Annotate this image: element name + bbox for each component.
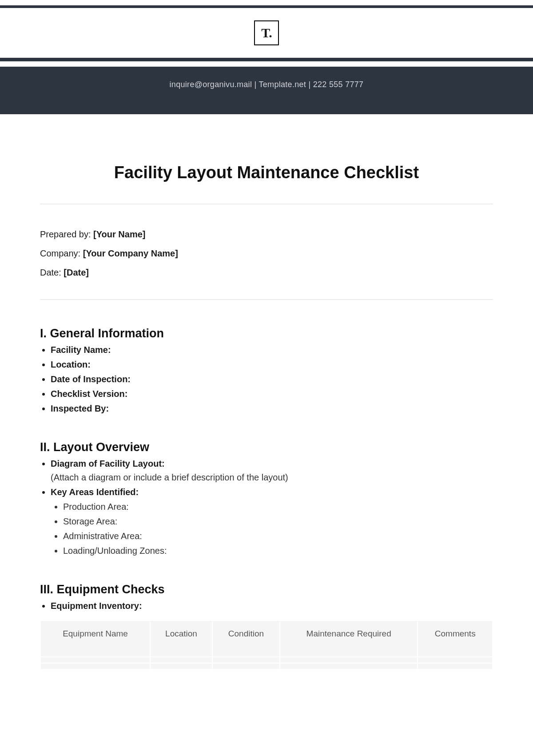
section-heading: II. Layout Overview — [40, 440, 493, 454]
list-item: Location: — [51, 360, 493, 370]
list-item: Facility Name: — [51, 345, 493, 355]
divider — [40, 299, 493, 300]
list-item-note: (Attach a diagram or include a brief des… — [51, 472, 493, 483]
sub-list: Production Area: Storage Area: Administr… — [51, 502, 493, 556]
meta-label: Company: — [40, 248, 83, 258]
list-item-label: Diagram of Facility Layout: — [51, 459, 165, 468]
list-item: Equipment Inventory: — [51, 601, 493, 611]
meta-value: [Your Name] — [93, 229, 145, 239]
table-header: Equipment Name — [40, 620, 150, 657]
list-item-label: Key Areas Identified: — [51, 487, 139, 497]
table-header: Location — [150, 620, 212, 657]
sub-list-item: Administrative Area: — [63, 531, 493, 541]
meta-value: [Your Company Name] — [83, 248, 178, 258]
section-list: Diagram of Facility Layout: (Attach a di… — [40, 459, 493, 556]
equipment-table: Equipment Name Location Condition Mainte… — [40, 620, 493, 670]
table-row — [40, 657, 493, 663]
meta-date: Date: [Date] — [40, 268, 493, 278]
list-item: Diagram of Facility Layout: (Attach a di… — [51, 459, 493, 483]
section-heading: III. Equipment Checks — [40, 583, 493, 596]
table-header-row: Equipment Name Location Condition Mainte… — [40, 620, 493, 657]
sub-list-item: Loading/Unloading Zones: — [63, 546, 493, 556]
meta-label: Date: — [40, 268, 64, 277]
section-list: Facility Name: Location: Date of Inspect… — [40, 345, 493, 414]
sub-list-item: Storage Area: — [63, 516, 493, 527]
list-item: Checklist Version: — [51, 389, 493, 399]
sub-list-item: Production Area: — [63, 502, 493, 512]
section-list: Equipment Inventory: — [40, 601, 493, 611]
list-item: Inspected By: — [51, 404, 493, 414]
page-title: Facility Layout Maintenance Checklist — [40, 163, 493, 182]
table-row — [40, 663, 493, 669]
list-item: Key Areas Identified: Production Area: S… — [51, 487, 493, 556]
section-heading: I. General Information — [40, 327, 493, 340]
list-item: Date of Inspection: — [51, 374, 493, 384]
meta-company: Company: [Your Company Name] — [40, 248, 493, 259]
table-header: Condition — [212, 620, 280, 657]
logo-icon: T. — [254, 20, 279, 45]
contact-bar: inquire@organivu.mail | Template.net | 2… — [0, 67, 533, 114]
meta-label: Prepared by: — [40, 229, 93, 239]
meta-prepared-by: Prepared by: [Your Name] — [40, 229, 493, 240]
table-header: Comments — [418, 620, 493, 657]
document-content: Facility Layout Maintenance Checklist Pr… — [0, 114, 533, 670]
divider — [40, 204, 493, 204]
meta-value: [Date] — [64, 268, 89, 277]
table-header: Maintenance Required — [280, 620, 418, 657]
logo-wrap: T. — [0, 8, 533, 58]
mid-rule — [0, 58, 533, 61]
